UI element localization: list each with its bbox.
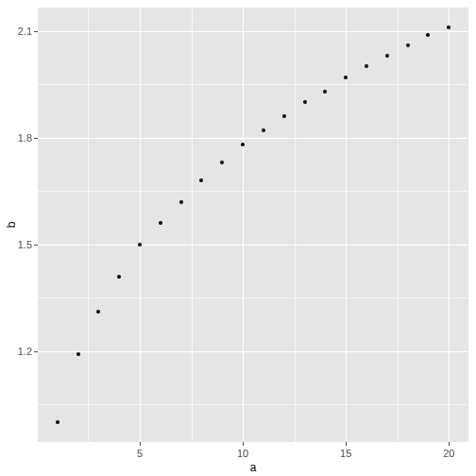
gridline-minor-h: [38, 298, 468, 298]
gridline-major-h: [38, 245, 468, 246]
y-tick-mark: [34, 351, 38, 352]
data-point: [323, 90, 327, 94]
data-point: [159, 221, 162, 225]
gridline-major-h: [38, 351, 468, 352]
data-point: [199, 178, 203, 182]
y-tick-mark: [34, 31, 38, 32]
x-axis-title: a: [250, 461, 257, 474]
x-tick-mark: [243, 442, 244, 446]
data-point: [179, 200, 183, 204]
gridline-major-v: [140, 8, 141, 442]
scatter-chart: 5101520 1.21.51.82.1 a b: [0, 0, 476, 476]
gridline-major-h: [38, 31, 468, 32]
gridline-major-h: [38, 138, 468, 139]
gridline-minor-v: [295, 8, 296, 442]
x-tick-label: 15: [340, 448, 351, 459]
data-point: [56, 420, 60, 424]
y-tick-mark: [34, 138, 38, 139]
gridline-major-v: [243, 8, 244, 442]
data-point: [406, 43, 410, 47]
x-tick-mark: [449, 442, 450, 446]
data-point: [282, 114, 286, 118]
x-tick-label: 10: [237, 448, 248, 459]
data-point: [426, 33, 430, 37]
x-tick-mark: [346, 442, 347, 446]
plot-panel: [38, 8, 468, 442]
x-tick-mark: [140, 442, 141, 446]
data-point: [117, 275, 121, 279]
gridline-minor-v: [192, 8, 193, 442]
y-tick-label: 1.8: [18, 132, 32, 144]
y-tick-label: 1.2: [18, 346, 32, 357]
data-point: [447, 26, 450, 29]
data-point: [344, 76, 348, 79]
data-point: [241, 143, 245, 146]
data-point: [138, 243, 142, 246]
data-point: [96, 310, 100, 314]
data-point: [262, 128, 265, 132]
gridline-minor-v: [88, 8, 89, 442]
y-tick-mark: [34, 245, 38, 246]
data-point: [365, 64, 368, 68]
gridline-minor-h: [38, 404, 468, 405]
data-point: [303, 100, 307, 104]
data-point: [385, 54, 389, 58]
x-tick-label: 20: [443, 448, 454, 459]
gridline-minor-v: [398, 8, 399, 442]
x-tick-label: 5: [137, 448, 143, 459]
gridline-minor-h: [38, 84, 468, 85]
data-point: [76, 352, 80, 356]
y-tick-label: 2.1: [18, 26, 32, 37]
gridline-major-v: [449, 8, 450, 442]
gridline-major-v: [346, 8, 347, 442]
gridline-minor-h: [38, 191, 468, 192]
y-tick-label: 1.5: [18, 239, 32, 250]
y-axis-title: b: [5, 222, 18, 229]
data-point: [220, 161, 224, 164]
